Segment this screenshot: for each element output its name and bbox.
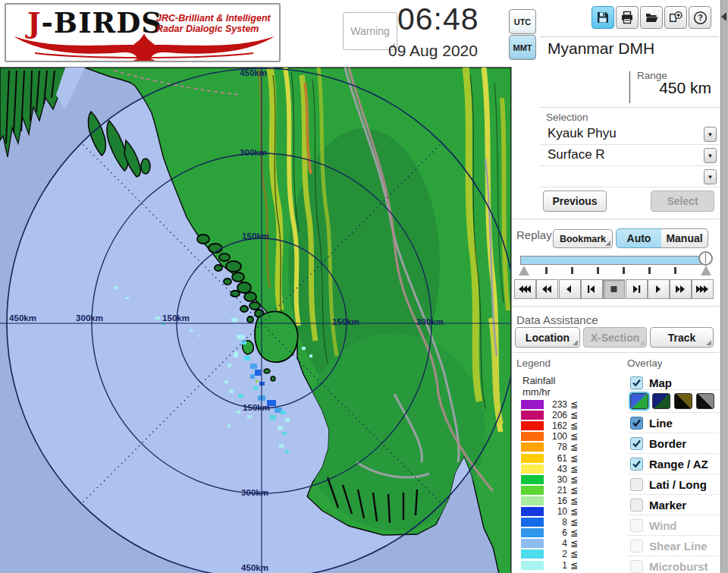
slider-tick	[674, 267, 676, 274]
dotted-divider	[628, 535, 718, 536]
checkbox-unchecked[interactable]	[630, 499, 643, 512]
forward-2-icon	[674, 285, 688, 294]
legend-value: 8	[531, 517, 567, 527]
bookmark-label: Bookmark	[560, 234, 606, 244]
divider	[513, 219, 719, 219]
rewind-2-button[interactable]	[536, 279, 558, 299]
legend-lte-symbol: ≦	[570, 474, 578, 485]
map-style-swatch-3[interactable]	[674, 393, 692, 409]
previous-button[interactable]: Previous	[543, 190, 607, 212]
stop-button[interactable]	[603, 279, 625, 299]
overlay-item-shear-line[interactable]: Shear Line	[630, 540, 720, 555]
play-back-button[interactable]	[559, 279, 581, 299]
panel-collapse-strip[interactable]	[720, 0, 728, 573]
mmt-button[interactable]: MMT	[509, 35, 536, 60]
dotted-divider	[628, 412, 718, 413]
play-button[interactable]	[648, 279, 670, 299]
overlay-label: Overlay	[627, 357, 663, 369]
selection-dropdown-2[interactable]: Surface R▼	[540, 145, 719, 166]
warning-label: Warning	[350, 25, 390, 37]
overlay-item-border[interactable]: Border	[630, 437, 720, 452]
checkbox-unchecked[interactable]	[630, 560, 643, 573]
open-folder-icon	[645, 11, 659, 24]
legend-value: 2	[531, 549, 567, 559]
legend-value: 233	[531, 399, 567, 410]
map-style-swatch-1[interactable]	[630, 393, 648, 409]
legend-value: 61	[531, 453, 567, 464]
open-folder-button[interactable]	[640, 6, 663, 29]
overlay-item-label: Map	[649, 376, 672, 389]
button-label: Track	[668, 332, 696, 344]
checkbox-unchecked[interactable]	[630, 540, 643, 553]
help-icon: ?	[693, 11, 708, 25]
save-icon	[596, 11, 610, 24]
legend-lte-symbol: ≦	[570, 527, 578, 538]
dotted-divider	[628, 494, 718, 495]
x-section-button[interactable]: X-Section	[583, 327, 647, 348]
dotted-divider	[628, 389, 718, 390]
stop-icon	[607, 285, 621, 294]
map-style-swatch-4[interactable]	[696, 393, 714, 409]
station-title: Myanmar DMH	[548, 39, 654, 58]
checkbox-unchecked[interactable]	[630, 519, 643, 532]
forward-2-button[interactable]	[670, 279, 692, 299]
legend-lte-symbol: ≦	[570, 560, 578, 571]
overlay-item-wind[interactable]: Wind	[630, 519, 720, 534]
legend-lte-symbol: ≦	[570, 410, 578, 420]
svg-text:450km: 450km	[9, 313, 36, 323]
overlay-item-marker[interactable]: Marker	[630, 499, 720, 514]
radar-map[interactable]: 450km300km150km150km300km450km450km300km…	[0, 67, 511, 573]
skip-end-button[interactable]	[626, 279, 648, 299]
legend-lte-symbol: ≦	[570, 506, 578, 517]
print-button[interactable]	[616, 6, 639, 29]
legend-value: 30	[531, 474, 567, 485]
add-folder-button[interactable]	[664, 6, 687, 29]
bookmark-button[interactable]: Bookmark	[553, 229, 613, 248]
dropdown-arrow-icon[interactable]: ▼	[704, 169, 717, 184]
skip-start-button[interactable]	[581, 279, 603, 299]
checkbox-checked[interactable]	[630, 437, 643, 450]
legend-value: 16	[531, 496, 567, 506]
overlay-item-range-az[interactable]: Range / AZ	[630, 458, 720, 473]
checkbox-checked[interactable]	[630, 376, 643, 389]
overlay-item-label: Lati / Long	[649, 478, 707, 491]
auto-button[interactable]: Auto	[616, 228, 662, 248]
select-button[interactable]: Select	[651, 190, 714, 212]
location-button[interactable]: Location	[515, 327, 580, 348]
dropdown-arrow-icon[interactable]: ▼	[704, 148, 717, 163]
track-button[interactable]: Track	[650, 327, 714, 348]
legend-value: 21	[531, 485, 567, 496]
rewind-3-button[interactable]	[514, 279, 536, 299]
overlay-item-line[interactable]: Line	[630, 417, 720, 432]
utc-button[interactable]: UTC	[509, 9, 536, 34]
dropdown-arrow-icon[interactable]: ▼	[704, 127, 717, 142]
legend-lte-symbol: ≦	[570, 517, 578, 527]
corner-fold-icon	[706, 340, 711, 345]
svg-text:300km: 300km	[76, 313, 103, 323]
dotted-divider	[628, 515, 718, 515]
help-button[interactable]: ?	[689, 6, 711, 29]
overlay-item-lati-long[interactable]: Lati / Long	[630, 478, 720, 493]
selection-dropdown-1[interactable]: Kyauk Phyu▼	[540, 124, 719, 145]
checkbox-checked[interactable]	[630, 417, 643, 430]
overlay-item-label: Shear Line	[649, 540, 708, 553]
divider	[540, 36, 719, 37]
forward-3-button[interactable]	[692, 279, 714, 299]
save-button[interactable]	[592, 6, 614, 29]
replay-slider-handle[interactable]	[698, 251, 713, 266]
check-icon	[631, 417, 642, 429]
svg-text:300km: 300km	[416, 317, 444, 326]
replay-slider-track[interactable]	[520, 256, 708, 265]
logo-subtitle: JRC-Brilliant & Intelligent Radar Dialog…	[156, 13, 271, 34]
dotted-divider	[628, 433, 718, 433]
manual-button[interactable]: Manual	[661, 228, 708, 248]
checkbox-unchecked[interactable]	[630, 478, 643, 491]
overlay-item-microburst[interactable]: Microburst	[630, 560, 720, 573]
checkbox-checked[interactable]	[630, 458, 643, 471]
svg-text:450km: 450km	[240, 68, 267, 77]
selection-dropdown-3[interactable]: ▼	[540, 166, 719, 187]
map-style-swatch-2[interactable]	[652, 393, 670, 409]
skip-end-icon	[629, 285, 643, 294]
legend-value: 4	[531, 538, 567, 549]
divider	[540, 107, 719, 108]
